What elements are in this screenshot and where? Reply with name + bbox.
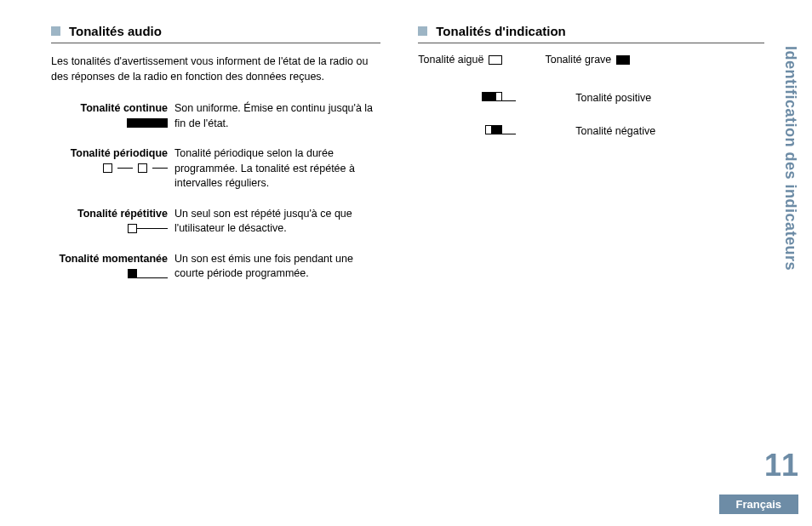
repetitive-tone-icon (128, 224, 168, 233)
legend-item-low: Tonalité grave (545, 54, 630, 66)
def-label: Tonalité momentanée (51, 252, 168, 266)
low-tone-swatch-icon (616, 55, 630, 65)
def-label: Tonalité répétitive (51, 207, 168, 221)
legend-label: Tonalité grave (545, 54, 611, 66)
tone-label: Tonalité positive (524, 92, 651, 104)
intro-text: Les tonalités d'avertissement vous infor… (51, 54, 380, 84)
section-title: Tonalités d'indication (436, 24, 565, 38)
positive-tone-icon (482, 92, 516, 101)
tone-row: Tonalité positive (418, 91, 764, 104)
right-column: Tonalités d'indication Tonalité aiguë To… (418, 24, 764, 297)
def-desc: Un son est émis une fois pendant une cou… (174, 252, 380, 282)
language-tab: Français (719, 495, 798, 514)
def-label: Tonalité périodique (51, 146, 168, 161)
page-number: 11 (764, 448, 798, 483)
left-column: Tonalités audio Les tonalités d'avertiss… (51, 24, 380, 297)
def-desc: Son uniforme. Émise en continu jusqu'à l… (174, 101, 380, 131)
high-tone-swatch-icon (489, 55, 502, 65)
section-header-indication: Tonalités d'indication (418, 24, 764, 43)
legend-item-high: Tonalité aiguë (418, 54, 502, 66)
tone-legend: Tonalité aiguë Tonalité grave (418, 54, 764, 66)
momentary-tone-icon (128, 269, 168, 278)
def-desc: Un seul son est répété jusqu'à ce que l'… (174, 207, 380, 237)
definition-row: Tonalité continue Son uniforme. Émise en… (51, 101, 380, 131)
section-header-audio: Tonalités audio (51, 24, 380, 43)
def-desc: Tonalité périodique selon la durée progr… (174, 146, 380, 192)
tone-row: Tonalité négative (418, 124, 764, 137)
side-chapter-title: Identification des indicateurs (781, 46, 799, 271)
section-marker-icon (51, 26, 60, 36)
periodic-tone-icon (103, 163, 168, 173)
continuous-tone-icon (127, 118, 168, 128)
legend-label: Tonalité aiguë (418, 54, 483, 66)
negative-tone-icon (485, 125, 516, 134)
definition-row: Tonalité périodique Tonalité périodique … (51, 146, 380, 192)
definition-row: Tonalité momentanée Un son est émis une … (51, 252, 380, 282)
def-label: Tonalité continue (51, 101, 168, 116)
section-title: Tonalités audio (69, 24, 162, 38)
tone-label: Tonalité négative (524, 125, 655, 137)
section-marker-icon (418, 26, 427, 36)
definition-row: Tonalité répétitive Un seul son est répé… (51, 207, 380, 237)
